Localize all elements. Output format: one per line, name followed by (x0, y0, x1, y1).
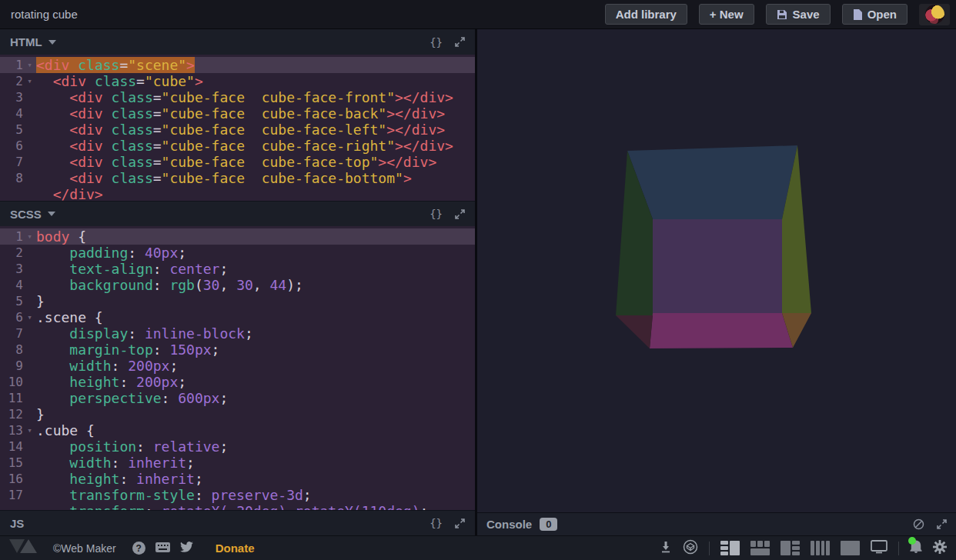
format-code-icon[interactable]: {} (430, 517, 443, 529)
line-number: 6 (0, 309, 23, 325)
fold-slot (23, 122, 36, 138)
layout-columns-icon[interactable] (811, 541, 830, 555)
expand-panel-icon[interactable] (455, 37, 465, 47)
code-line[interactable]: 16 height: inherit; (0, 471, 475, 487)
fold-arrow-icon[interactable]: ▾ (23, 57, 36, 73)
scss-panel-label: SCSS (10, 208, 42, 221)
twitter-icon[interactable] (180, 542, 193, 555)
fold-arrow-icon[interactable]: ▾ (23, 309, 36, 325)
code-line[interactable]: 8 <div class="cube-face cube-face-bottom… (0, 170, 475, 186)
fold-slot (23, 471, 36, 487)
html-code-editor[interactable]: 1▾<div class="scene">2▾ <div class="cube… (0, 55, 475, 201)
html-panel-label: HTML (10, 35, 42, 48)
code-line[interactable]: 4 background: rgb(30, 30, 44); (0, 277, 475, 293)
code-line[interactable]: 3 <div class="cube-face cube-face-front"… (0, 89, 475, 105)
codepen-icon[interactable] (683, 539, 698, 558)
save-button[interactable]: Save (766, 4, 831, 25)
console-label: Console (486, 518, 532, 531)
console-bar[interactable]: Console 0 (477, 512, 956, 535)
code-line[interactable]: transform: rotateX(-20deg) rotateY(110de… (0, 503, 475, 510)
user-avatar-button[interactable] (919, 4, 950, 25)
help-icon[interactable]: ? (132, 542, 145, 555)
fold-slot (23, 138, 36, 154)
code-text: transform-style: preserve-3d; (36, 487, 312, 503)
cube-top-face (627, 145, 797, 219)
scss-code-editor[interactable]: 1▾body {2 padding: 40px;3 text-align: ce… (0, 226, 475, 510)
code-line[interactable]: 9 width: 200px; (0, 358, 475, 374)
expand-panel-icon[interactable] (455, 209, 465, 219)
fold-slot (23, 503, 36, 510)
notifications-bell-icon[interactable] (910, 540, 922, 556)
layout-full-preview-icon[interactable] (841, 541, 860, 555)
cube-bottom-face (650, 313, 793, 348)
js-panel-header[interactable]: JS {} (0, 510, 475, 535)
code-text: position: relative; (36, 438, 228, 455)
line-number: 15 (0, 455, 23, 471)
download-icon[interactable] (660, 541, 672, 556)
code-line[interactable]: 3 text-align: center; (0, 261, 475, 277)
cube-svg (477, 29, 954, 512)
line-number: 4 (0, 105, 23, 122)
open-button[interactable]: Open (842, 4, 908, 25)
code-line[interactable]: 1▾body { (0, 228, 475, 245)
code-line[interactable]: 17 transform-style: preserve-3d; (0, 487, 475, 503)
code-text: <div class="cube-face cube-face-bottom"> (36, 170, 412, 186)
code-line[interactable]: 13▾.cube { (0, 422, 475, 438)
line-number: 2 (0, 73, 23, 89)
code-line[interactable]: 15 width: inherit; (0, 455, 475, 471)
fold-slot (23, 406, 36, 422)
fold-slot (23, 455, 36, 471)
code-line[interactable]: 2 padding: 40px; (0, 245, 475, 261)
donate-link[interactable]: Donate (216, 542, 255, 555)
format-code-icon[interactable]: {} (430, 36, 443, 48)
cube-bottom-left-corner (616, 315, 653, 348)
code-line[interactable]: 4 <div class="cube-face cube-face-back">… (0, 105, 475, 122)
code-line[interactable]: 6▾.scene { (0, 309, 475, 325)
line-number: 3 (0, 89, 23, 105)
layout-editors-left-icon[interactable] (720, 541, 740, 555)
code-line[interactable]: 7 display: inline-block; (0, 325, 475, 342)
layout-editors-top-icon[interactable] (750, 541, 770, 555)
fold-slot (23, 186, 36, 201)
code-line[interactable]: 1▾<div class="scene"> (0, 57, 475, 73)
code-line[interactable]: 14 position: relative; (0, 438, 475, 455)
fold-arrow-icon[interactable]: ▾ (23, 73, 36, 89)
detached-preview-icon[interactable] (871, 540, 887, 557)
top-bar: rotating cube Add library + New Save Ope… (0, 0, 956, 29)
divider (709, 542, 710, 555)
code-line[interactable]: 11 perspective: 600px; (0, 390, 475, 406)
fold-arrow-icon[interactable]: ▾ (23, 228, 36, 245)
code-line[interactable]: 10 height: 200px; (0, 374, 475, 390)
code-line[interactable]: 5} (0, 293, 475, 309)
code-text: } (36, 293, 45, 309)
code-line[interactable]: 5 <div class="cube-face cube-face-left">… (0, 122, 475, 138)
save-label: Save (793, 8, 820, 21)
code-line[interactable]: 8 margin-top: 150px; (0, 342, 475, 358)
line-number: 7 (0, 154, 23, 170)
settings-gear-icon[interactable] (933, 540, 947, 557)
layout-editors-right-icon[interactable] (781, 541, 800, 555)
new-button[interactable]: + New (699, 4, 754, 25)
web-maker-app: rotating cube Add library + New Save Ope… (0, 0, 956, 560)
chevron-down-icon[interactable] (48, 40, 56, 45)
code-text: text-align: center; (36, 261, 228, 277)
code-line[interactable]: 12} (0, 406, 475, 422)
expand-panel-icon[interactable] (455, 518, 465, 528)
avatar (925, 5, 944, 24)
code-line[interactable]: </div> (0, 186, 475, 201)
chevron-down-icon[interactable] (48, 212, 55, 216)
clear-console-icon[interactable] (913, 518, 924, 530)
keyboard-shortcuts-icon[interactable] (155, 542, 170, 555)
fold-arrow-icon[interactable]: ▾ (23, 422, 36, 438)
code-text: <div class="cube-face cube-face-front"><… (36, 89, 453, 105)
format-code-icon[interactable]: {} (430, 208, 443, 220)
code-line[interactable]: 2▾ <div class="cube"> (0, 73, 475, 89)
code-line[interactable]: 7 <div class="cube-face cube-face-top"><… (0, 154, 475, 170)
code-line[interactable]: 6 <div class="cube-face cube-face-right"… (0, 138, 475, 154)
line-number: 14 (0, 438, 23, 455)
fold-slot (23, 277, 36, 293)
line-number: 5 (0, 122, 23, 138)
preview-column: Console 0 (477, 29, 956, 535)
expand-console-icon[interactable] (937, 519, 947, 529)
add-library-button[interactable]: Add library (605, 4, 687, 25)
